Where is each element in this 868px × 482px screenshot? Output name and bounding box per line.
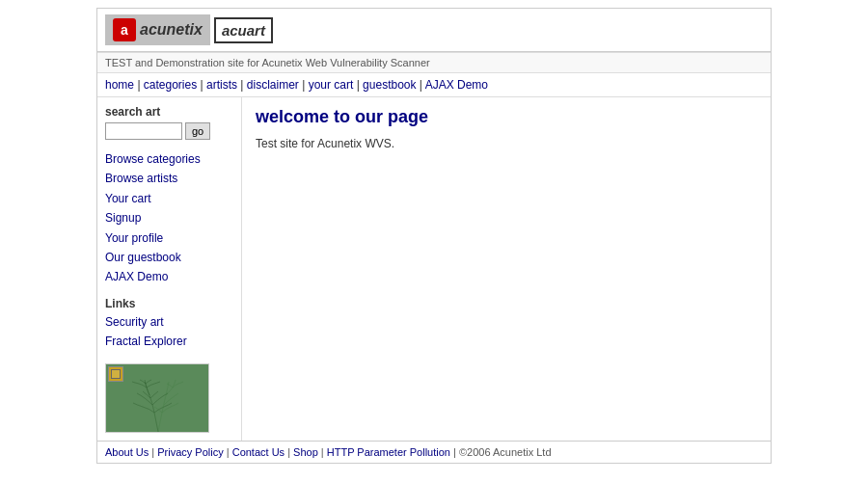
logo-acunetix: a acunetix	[105, 14, 210, 45]
logo-area: a acunetix acuart	[105, 14, 763, 45]
footer-about-us[interactable]: About Us	[105, 446, 149, 458]
nav-guestbook[interactable]: guestbook	[363, 78, 416, 92]
links-section-title: Links	[105, 297, 233, 310]
fractal-fern-svg	[106, 364, 209, 433]
content-wrapper: search art go Browse categories Browse a…	[97, 97, 771, 441]
sidebar-link-your-cart[interactable]: Your cart	[105, 189, 233, 208]
logo-text-acuart: acuart	[222, 22, 265, 39]
page-title: welcome to our page	[256, 107, 757, 127]
search-input[interactable]	[105, 122, 182, 140]
sidebar-link-your-profile[interactable]: Your profile	[105, 228, 233, 248]
sidebar-link-browse-categories[interactable]: Browse categories	[105, 149, 233, 169]
sidebar-link-ajax-demo[interactable]: AJAX Demo	[105, 267, 233, 286]
tagline-text: TEST and Demonstration site for Acunetix…	[105, 57, 430, 68]
page-wrapper: a acunetix acuart TEST and Demonstration…	[96, 8, 772, 464]
nav-ajax-demo[interactable]: AJAX Demo	[425, 78, 488, 92]
sidebar: search art go Browse categories Browse a…	[97, 97, 242, 441]
logo-acuart: acuart	[214, 17, 273, 43]
fractal-canvas	[106, 364, 209, 433]
nav-home[interactable]: home	[105, 78, 134, 92]
header: a acunetix acuart	[97, 9, 771, 52]
logo-text-acunetix: acunetix	[140, 21, 203, 39]
footer-privacy-policy[interactable]: Privacy Policy	[157, 446, 223, 458]
search-go-button[interactable]: go	[185, 122, 210, 140]
search-form: go	[105, 122, 233, 140]
nav-categories[interactable]: categories	[144, 78, 197, 92]
nav-artists[interactable]: artists	[206, 78, 237, 92]
search-label: search art	[105, 105, 233, 119]
nav-your-cart[interactable]: your cart	[309, 78, 354, 92]
footer-copyright: ©2006 Acunetix Ltd	[459, 446, 552, 458]
page-body: Test site for Acunetix WVS.	[256, 137, 757, 150]
sidebar-link-guestbook[interactable]: Our guestbook	[105, 248, 233, 267]
nav-bar: home | categories | artists | disclaimer…	[97, 73, 771, 97]
footer-contact-us[interactable]: Contact Us	[232, 446, 285, 458]
fractal-image	[105, 363, 209, 433]
sidebar-link-fractal-explorer[interactable]: Fractal Explorer	[105, 332, 233, 351]
footer-shop[interactable]: Shop	[293, 446, 318, 458]
nav-disclaimer[interactable]: disclaimer	[247, 78, 299, 92]
sidebar-link-signup[interactable]: Signup	[105, 208, 233, 228]
main-content: welcome to our page Test site for Acunet…	[242, 97, 771, 441]
tagline-bar: TEST and Demonstration site for Acunetix…	[97, 52, 771, 73]
footer-http-param-pollution[interactable]: HTTP Parameter Pollution	[327, 446, 450, 458]
sidebar-link-security-art[interactable]: Security art	[105, 312, 233, 332]
logo-icon: a	[113, 18, 136, 41]
footer: About Us | Privacy Policy | Contact Us |…	[97, 441, 771, 463]
sidebar-link-browse-artists[interactable]: Browse artists	[105, 169, 233, 188]
